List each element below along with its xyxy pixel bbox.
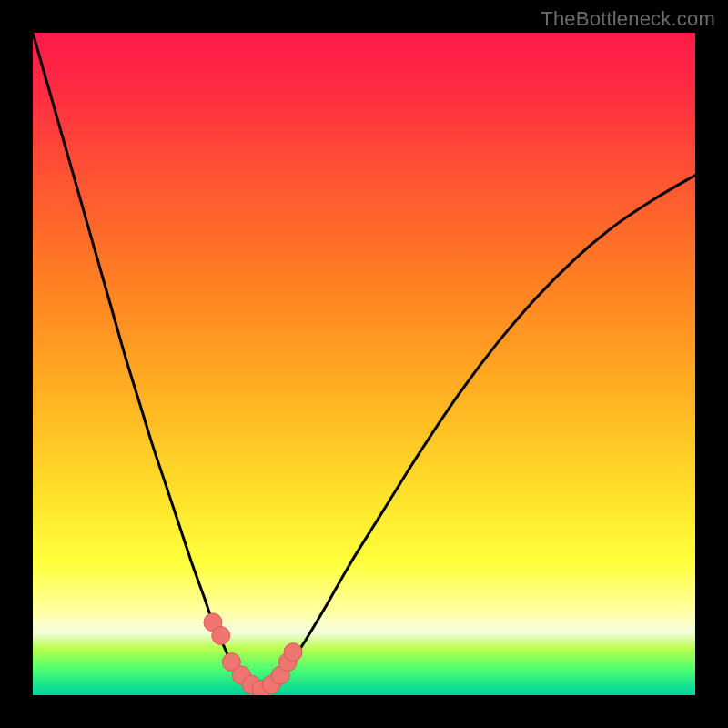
plot-area — [33, 33, 695, 695]
outer-frame: TheBottleneck.com — [0, 0, 728, 728]
watermark-text: TheBottleneck.com — [541, 7, 715, 31]
gradient-background — [33, 33, 695, 695]
